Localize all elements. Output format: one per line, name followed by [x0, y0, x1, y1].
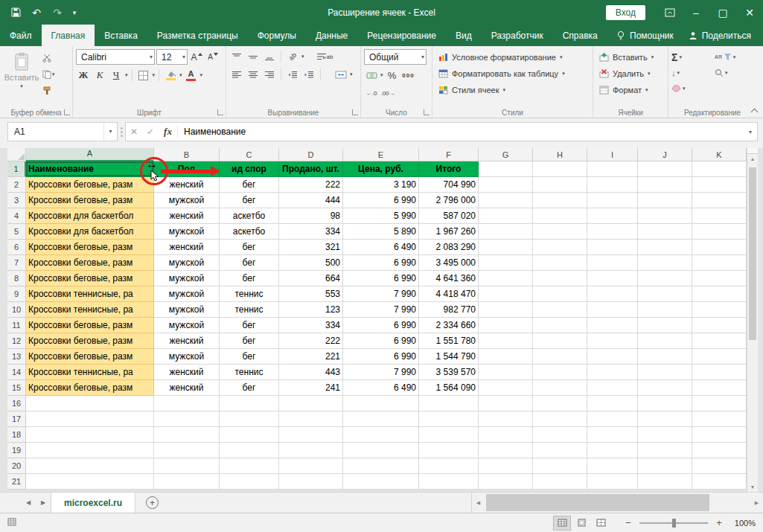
ribbon-tab-главная[interactable]: Главная: [42, 25, 95, 46]
maximize-button[interactable]: ▢: [709, 0, 736, 25]
cell-H15[interactable]: [533, 380, 587, 396]
cell-K16[interactable]: [692, 396, 747, 411]
sign-in-button[interactable]: Вход: [606, 5, 645, 20]
row-header-12[interactable]: 12: [7, 333, 26, 349]
cell-K19[interactable]: [692, 443, 747, 458]
cell-H9[interactable]: [533, 286, 587, 302]
cell-G4[interactable]: [479, 208, 533, 224]
cell-C7[interactable]: бег: [220, 255, 279, 271]
column-header-c[interactable]: C: [220, 148, 279, 161]
cell-C9[interactable]: теннис: [220, 286, 279, 302]
cell-F1[interactable]: Итого: [419, 161, 479, 177]
cell-I2[interactable]: [587, 177, 638, 193]
cell-I9[interactable]: [587, 286, 638, 302]
cell-G21[interactable]: [479, 474, 533, 490]
align-middle-icon[interactable]: [246, 49, 261, 64]
sheet-tab[interactable]: microexcel.ru: [51, 493, 135, 513]
column-header-h[interactable]: H: [533, 148, 587, 161]
cell-I4[interactable]: [587, 208, 638, 224]
cell-I14[interactable]: [587, 365, 638, 380]
cell-H14[interactable]: [533, 365, 587, 380]
cell-J12[interactable]: [638, 333, 692, 349]
font-name-select[interactable]: Calibri▾: [76, 49, 155, 65]
number-format-select[interactable]: Общий▾: [364, 49, 427, 65]
ribbon-display-options-icon[interactable]: [657, 0, 683, 25]
align-center-icon[interactable]: [246, 67, 261, 82]
cell-I3[interactable]: [587, 193, 638, 208]
cell-K1[interactable]: [692, 161, 747, 177]
cell-H21[interactable]: [533, 474, 587, 490]
cell-F17[interactable]: [419, 411, 479, 427]
cell-K13[interactable]: [692, 349, 747, 365]
cell-D17[interactable]: [279, 411, 343, 427]
font-color-dropdown-icon[interactable]: ▾: [200, 72, 203, 78]
normal-view-button[interactable]: [553, 516, 571, 531]
cell-A8[interactable]: Кроссовки беговые, разм: [26, 271, 154, 286]
cell-K18[interactable]: [692, 427, 747, 443]
cell-E4[interactable]: 5 990: [343, 208, 419, 224]
close-button[interactable]: ✕: [736, 0, 763, 25]
cell-J19[interactable]: [638, 443, 692, 458]
cell-A2[interactable]: Кроссовки беговые, разм: [26, 177, 154, 193]
conditional-formatting-button[interactable]: Условное форматирование▾: [435, 49, 590, 65]
cell-F19[interactable]: [419, 443, 479, 458]
cell-E10[interactable]: 7 990: [343, 302, 419, 318]
cell-D18[interactable]: [279, 427, 343, 443]
cell-H3[interactable]: [533, 193, 587, 208]
row-header-6[interactable]: 6: [7, 240, 26, 255]
cell-D3[interactable]: 444: [279, 193, 343, 208]
cell-H20[interactable]: [533, 458, 587, 474]
name-box-dropdown-icon[interactable]: ▾: [103, 123, 117, 141]
cell-J15[interactable]: [638, 380, 692, 396]
cell-A19[interactable]: [26, 443, 154, 458]
cell-J11[interactable]: [638, 318, 692, 333]
align-left-icon[interactable]: [229, 67, 244, 82]
cell-J13[interactable]: [638, 349, 692, 365]
ribbon-tab-разработчик[interactable]: Разработчик: [482, 25, 553, 46]
ribbon-tab-разметка-страницы[interactable]: Разметка страницы: [147, 25, 248, 46]
vertical-scrollbar[interactable]: ▲ ▼: [747, 148, 758, 492]
cell-J2[interactable]: [638, 177, 692, 193]
zoom-level[interactable]: 100%: [730, 519, 756, 528]
cut-button[interactable]: [40, 51, 57, 65]
font-size-select[interactable]: 12▾: [156, 49, 188, 65]
cell-H19[interactable]: [533, 443, 587, 458]
row-header-8[interactable]: 8: [7, 271, 26, 286]
cell-I5[interactable]: [587, 224, 638, 240]
minimize-button[interactable]: –: [683, 0, 709, 25]
cell-K9[interactable]: [692, 286, 747, 302]
name-box[interactable]: A1 ▾: [7, 122, 118, 141]
assistant-button[interactable]: Помощник: [609, 31, 681, 41]
cell-D13[interactable]: 221: [279, 349, 343, 365]
cell-I10[interactable]: [587, 302, 638, 318]
cell-C5[interactable]: аскетбо: [220, 224, 279, 240]
cell-D15[interactable]: 241: [279, 380, 343, 396]
clipboard-dialog-launcher-icon[interactable]: [64, 109, 70, 115]
cell-E16[interactable]: [343, 396, 419, 411]
cell-G18[interactable]: [479, 427, 533, 443]
cell-G14[interactable]: [479, 365, 533, 380]
cell-F16[interactable]: [419, 396, 479, 411]
merge-dropdown-icon[interactable]: ▾: [350, 71, 353, 77]
fill-button[interactable]: ↓▾: [671, 65, 715, 80]
increase-decimal-button[interactable]: ←.0: [364, 86, 379, 100]
cell-J17[interactable]: [638, 411, 692, 427]
cell-A3[interactable]: Кроссовки беговые, разм: [26, 193, 154, 208]
cell-H11[interactable]: [533, 318, 587, 333]
sheet-nav-left-icon[interactable]: ◀: [21, 493, 36, 513]
cell-D16[interactable]: [279, 396, 343, 411]
sheet-nav-right-icon[interactable]: ▶: [36, 493, 51, 513]
cell-D12[interactable]: 222: [279, 333, 343, 349]
scroll-left-icon[interactable]: ◀: [472, 500, 485, 506]
cell-D9[interactable]: 553: [279, 286, 343, 302]
row-header-18[interactable]: 18: [7, 427, 26, 443]
cell-B18[interactable]: [154, 427, 220, 443]
cell-F13[interactable]: 1 544 790: [419, 349, 479, 365]
cell-J21[interactable]: [638, 474, 692, 490]
copy-button[interactable]: ▾: [40, 67, 57, 82]
cell-K15[interactable]: [692, 380, 747, 396]
align-bottom-icon[interactable]: [262, 49, 277, 64]
cell-E5[interactable]: 5 890: [343, 224, 419, 240]
cell-E14[interactable]: 7 990: [343, 365, 419, 380]
orientation-button[interactable]: ab: [285, 49, 300, 64]
